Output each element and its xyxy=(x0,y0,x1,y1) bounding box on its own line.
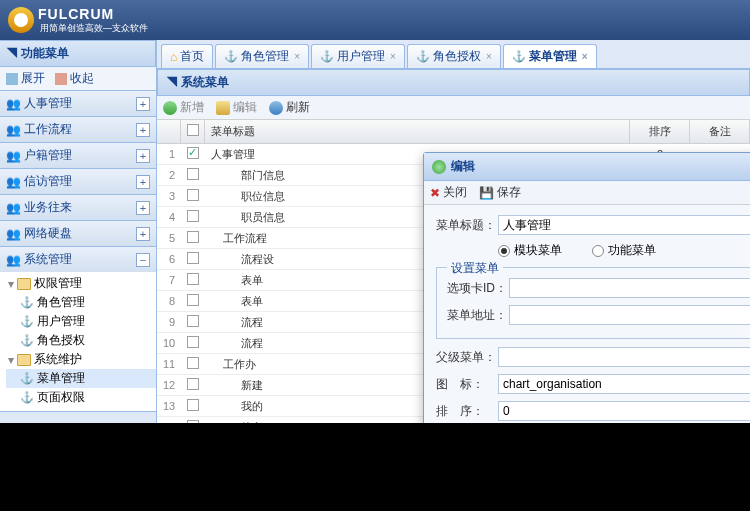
parent-menu-input[interactable] xyxy=(498,347,750,367)
accordion-header-0[interactable]: 👥人事管理+ xyxy=(0,91,156,116)
col-remark[interactable]: 备注 xyxy=(690,120,750,143)
row-num: 14 xyxy=(157,421,181,423)
accordion-header-3[interactable]: 👥信访管理+ xyxy=(0,169,156,194)
tree-leaf[interactable]: ⚓页面权限 xyxy=(6,388,156,407)
accordion-header-2[interactable]: 👥户籍管理+ xyxy=(0,143,156,168)
row-num: 6 xyxy=(157,253,181,265)
tab-4[interactable]: ⚓菜单管理× xyxy=(503,44,597,68)
add-button[interactable]: 新增 xyxy=(163,99,204,116)
toggle-icon: + xyxy=(136,201,150,215)
tab-id-input[interactable] xyxy=(509,278,750,298)
radio-module[interactable]: 模块菜单 xyxy=(498,242,562,259)
tab-0[interactable]: ⌂首页 xyxy=(161,44,213,68)
brand-name: FULCRUM xyxy=(38,6,148,22)
collapse-all-button[interactable]: 收起 xyxy=(55,70,94,87)
radio-function[interactable]: 功能菜单 xyxy=(592,242,656,259)
edit-button[interactable]: 编辑 xyxy=(216,99,257,116)
anchor-icon: ⚓ xyxy=(20,372,34,385)
anchor-icon: ⚓ xyxy=(224,50,238,63)
row-checkbox[interactable] xyxy=(187,210,199,222)
tab-close-icon[interactable]: × xyxy=(294,51,300,62)
refresh-button[interactable]: 刷新 xyxy=(269,99,310,116)
group-icon: 👥 xyxy=(6,149,20,163)
radio-icon xyxy=(498,245,510,257)
accordion-header-5[interactable]: 👥网络硬盘+ xyxy=(0,221,156,246)
row-num: 3 xyxy=(157,190,181,202)
refresh-icon xyxy=(269,101,283,115)
tab-3[interactable]: ⚓角色授权× xyxy=(407,44,501,68)
row-checkbox[interactable] xyxy=(187,294,199,306)
row-num: 5 xyxy=(157,232,181,244)
accordion-header-1[interactable]: 👥工作流程+ xyxy=(0,117,156,142)
row-num: 11 xyxy=(157,358,181,370)
home-icon: ⌂ xyxy=(170,50,177,64)
tree-folder[interactable]: ▾系统维护 xyxy=(6,350,156,369)
sort-label: 排 序： xyxy=(436,403,498,420)
row-num: 2 xyxy=(157,169,181,181)
row-checkbox[interactable] xyxy=(187,399,199,411)
icon-label: 图 标： xyxy=(436,376,498,393)
anchor-icon: ⚓ xyxy=(416,50,430,63)
tree-leaf[interactable]: ⚓菜单管理 xyxy=(6,369,156,388)
sort-input[interactable] xyxy=(498,401,750,421)
toggle-icon: + xyxy=(136,97,150,111)
menu-title-input[interactable] xyxy=(498,215,750,235)
row-checkbox[interactable] xyxy=(187,357,199,369)
menu-title-label: 菜单标题： xyxy=(436,217,498,234)
row-checkbox[interactable] xyxy=(187,147,199,159)
toggle-icon: + xyxy=(136,123,150,137)
toggle-icon: − xyxy=(136,253,150,267)
collapse-icon xyxy=(55,73,67,85)
menu-url-input[interactable] xyxy=(509,305,750,325)
row-checkbox[interactable] xyxy=(187,315,199,327)
dialog-title: 编辑 xyxy=(451,158,475,175)
select-all-checkbox[interactable] xyxy=(187,124,199,136)
tab-close-icon[interactable]: × xyxy=(390,51,396,62)
group-icon: 👥 xyxy=(6,123,20,137)
parent-label: 父级菜单： xyxy=(436,349,498,366)
pencil-icon xyxy=(216,101,230,115)
row-num: 13 xyxy=(157,400,181,412)
tree-leaf[interactable]: ⚓角色管理 xyxy=(6,293,156,312)
toggle-icon: + xyxy=(136,149,150,163)
dialog-save-action[interactable]: 💾 保存 xyxy=(479,184,521,201)
toggle-icon: + xyxy=(136,175,150,189)
expand-all-button[interactable]: 展开 xyxy=(6,70,45,87)
plus-icon xyxy=(163,101,177,115)
close-icon: ✖ xyxy=(430,186,440,200)
row-checkbox[interactable] xyxy=(187,273,199,285)
tab-1[interactable]: ⚓角色管理× xyxy=(215,44,309,68)
icon-input[interactable] xyxy=(498,374,750,394)
tab-close-icon[interactable]: × xyxy=(582,51,588,62)
tab-2[interactable]: ⚓用户管理× xyxy=(311,44,405,68)
row-num: 1 xyxy=(157,148,181,160)
anchor-icon: ⚓ xyxy=(20,296,34,309)
tab-bar: ⌂首页⚓角色管理×⚓用户管理×⚓角色授权×⚓菜单管理× xyxy=(157,40,750,69)
anchor-icon: ⚓ xyxy=(20,391,34,404)
accordion-header-4[interactable]: 👥业务往来+ xyxy=(0,195,156,220)
tab-close-icon[interactable]: × xyxy=(486,51,492,62)
row-num: 4 xyxy=(157,211,181,223)
row-num: 10 xyxy=(157,337,181,349)
accordion-header-6[interactable]: 👥系统管理− xyxy=(0,247,156,272)
col-sort[interactable]: 排序 xyxy=(630,120,690,143)
brand-tagline: 用简单创造高效—支众软件 xyxy=(40,22,148,35)
folder-icon xyxy=(17,354,31,366)
row-checkbox[interactable] xyxy=(187,420,199,423)
anchor-icon: ⚓ xyxy=(320,50,334,63)
tree-leaf[interactable]: ⚓角色授权 xyxy=(6,331,156,350)
row-checkbox[interactable] xyxy=(187,189,199,201)
tab-id-label: 选项卡ID： xyxy=(447,280,509,297)
dialog-close-action[interactable]: ✖ 关闭 xyxy=(430,184,467,201)
row-checkbox[interactable] xyxy=(187,336,199,348)
col-title[interactable]: 菜单标题 xyxy=(205,120,630,143)
row-checkbox[interactable] xyxy=(187,378,199,390)
dialog-titlebar[interactable]: 编辑 □ × xyxy=(424,153,750,181)
row-num: 9 xyxy=(157,316,181,328)
tree-folder[interactable]: ▾权限管理 xyxy=(6,274,156,293)
row-checkbox[interactable] xyxy=(187,168,199,180)
group-icon: 👥 xyxy=(6,201,20,215)
row-checkbox[interactable] xyxy=(187,252,199,264)
row-checkbox[interactable] xyxy=(187,231,199,243)
tree-leaf[interactable]: ⚓用户管理 xyxy=(6,312,156,331)
